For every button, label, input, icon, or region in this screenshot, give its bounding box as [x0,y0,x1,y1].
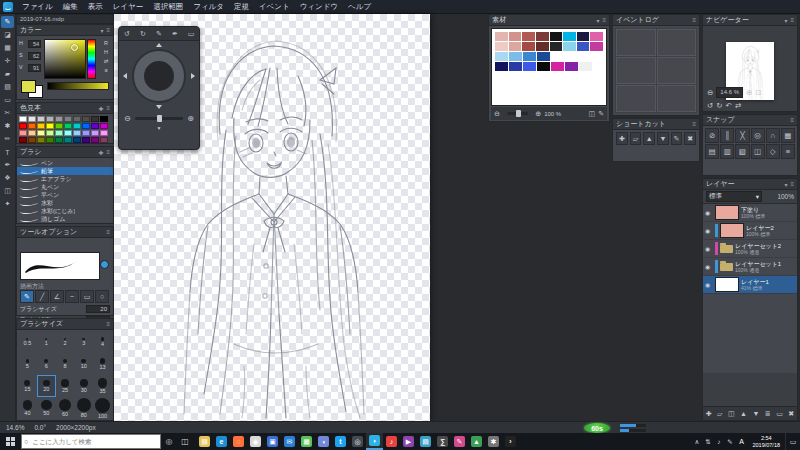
snap-v-icon[interactable]: ▥ [720,144,734,159]
split-view-icon[interactable]: ◫ [1,185,14,197]
brush-size-option[interactable]: 30 [74,375,93,397]
zoom-fit-icon[interactable]: ⊡ [755,88,761,97]
palette-color[interactable] [509,52,522,61]
swatch-color[interactable] [28,116,36,122]
delete-icon[interactable]: ✖ [684,132,696,145]
menu-item-5[interactable]: フィルタ [188,0,229,14]
menu-item-7[interactable]: イベント [254,0,295,14]
snap-off-icon[interactable]: ⊘ [705,128,719,143]
magic-wand-tool-icon[interactable]: ✱ [1,120,14,132]
dot-tool-icon[interactable]: ▦ [1,42,14,54]
visibility-eye-icon[interactable]: ◉ [705,281,713,288]
pen-icon[interactable]: ✎ [153,28,165,39]
select-pen-tool-icon[interactable]: ✏ [1,133,14,145]
swatch-color[interactable] [19,116,27,122]
palette-color[interactable] [509,62,522,71]
swatch-color[interactable] [73,116,81,122]
add-layer-icon[interactable]: ✚ [706,410,712,418]
palette-color[interactable] [523,52,536,61]
up-icon[interactable]: ▲ [643,132,655,145]
swatch-color[interactable] [64,123,72,129]
layer-row[interactable]: ◉下塗り100% 標準 [703,204,797,222]
rotate-reset-icon[interactable]: ↶ [726,101,732,110]
swatch-color[interactable] [91,123,99,129]
palette-color[interactable] [550,32,563,41]
brush-tool-icon[interactable]: ✎ [1,16,14,28]
sv-marker[interactable] [71,44,78,51]
palette-color[interactable] [522,42,535,51]
brush-panel-header[interactable]: ブラシ ✚≡ [17,147,113,158]
menu-icon[interactable]: ≡ [692,17,696,23]
taskbar-clock[interactable]: 2:54 2019/07/18 [747,435,785,448]
brush-size-option[interactable]: 100 [93,397,112,419]
zoom-out-icon[interactable]: ⊖ [124,114,131,123]
eventlog-header[interactable]: イベントログ ≡ [613,15,699,26]
swatch-color[interactable] [73,130,81,136]
brush-size-option[interactable]: 15 [18,375,37,397]
swatch-color[interactable] [19,130,27,136]
swatch-color[interactable] [28,123,36,129]
brush-size-option[interactable]: 5 [18,353,37,375]
swatch-color[interactable] [64,130,72,136]
add-folder-icon[interactable]: ▱ [717,410,722,418]
eraser-tool-icon[interactable]: ◪ [1,29,14,41]
store-icon[interactable]: ▦ [298,433,315,450]
swatch-color[interactable] [19,137,27,143]
add-icon[interactable]: ✚ [98,149,103,156]
snap-radial-icon[interactable]: ◎ [751,128,765,143]
video-icon[interactable]: ▶ [400,433,417,450]
menu-item-8[interactable]: ウィンドウ [295,0,343,14]
visibility-eye-icon[interactable]: ◉ [705,209,713,216]
menu-item-2[interactable]: 表示 [83,0,108,14]
swatch-color[interactable] [55,116,63,122]
add-icon[interactable]: ✚ [98,105,103,112]
menu-icon[interactable]: ≡ [106,149,110,155]
app-logo-icon[interactable] [3,2,13,12]
edit-icon[interactable]: ✎ [598,110,604,118]
action-center-icon[interactable]: ▭ [785,433,800,450]
swatch-color[interactable] [28,130,36,136]
brush-color-dot[interactable] [100,260,109,269]
edge-icon[interactable]: e [213,433,230,450]
brush-size-option[interactable]: 60 [56,397,75,419]
menu-item-4[interactable]: 選択範囲 [148,0,188,14]
clear-icon[interactable]: ▭ [776,410,783,418]
menu-icon[interactable]: ≡ [106,229,110,235]
snap-parallel-icon[interactable]: ║ [720,128,734,143]
zoom-slider-knob[interactable] [157,115,162,122]
brush-size-option[interactable]: 2 [56,331,75,353]
swatch-color[interactable] [19,123,27,129]
select-tool-icon[interactable]: ▭ [1,94,14,106]
zoom-rect-icon[interactable]: ▭ [185,28,197,39]
menu-icon[interactable]: ≡ [100,65,112,74]
swatch-color[interactable] [37,123,45,129]
rotate-up-arrow[interactable] [156,43,162,47]
value-row[interactable]: V91 [19,64,41,72]
snap-header[interactable]: スナップ ≡ [703,115,797,126]
menu-item-9[interactable]: ヘルプ [343,0,376,14]
canvas[interactable]: ↺↻✎✒▭ ⊖ ⊕ ▼ [114,14,430,421]
swatch-color[interactable] [100,123,108,129]
palette-color[interactable] [577,42,590,51]
document-tab[interactable]: 2019-07-16.mdp [16,14,114,24]
brush-size-option[interactable]: 20 [37,375,56,397]
value-gradient-bar[interactable] [47,82,109,90]
snap-cross-icon[interactable]: ╳ [735,128,749,143]
brush-size-option[interactable]: 40 [18,397,37,419]
dup-layer-icon[interactable]: ◫ [728,410,735,418]
canvas-wheel-widget[interactable]: ↺↻✎✒▭ ⊖ ⊕ ▼ [118,26,200,150]
undo-icon[interactable]: ↺ [121,28,133,39]
palette-color[interactable] [536,42,549,51]
hue-slider[interactable] [87,39,96,79]
down-icon[interactable]: ▼ [657,132,669,145]
twitter-icon[interactable]: t [332,433,349,450]
swatch-panel-header[interactable]: 色見本 ✚≡ [17,103,113,114]
lasso-tool-icon[interactable]: ✂ [1,107,14,119]
trash-icon[interactable]: ✖ [788,410,794,418]
snap-curve-icon[interactable]: ∩ [766,128,780,143]
paint-icon[interactable]: ✎ [451,433,468,450]
swatch-color[interactable] [100,116,108,122]
swatch-color[interactable] [28,137,36,143]
brush-size-option[interactable]: 35 [93,375,112,397]
swap-colors-icon[interactable]: ⇄ [100,56,112,65]
